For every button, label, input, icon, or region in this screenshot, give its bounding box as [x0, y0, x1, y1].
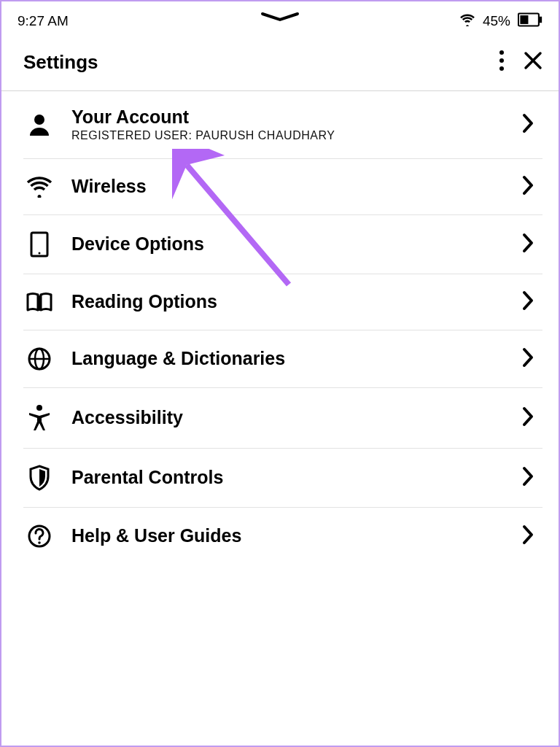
page-header: Settings [1, 35, 559, 91]
chevron-right-icon [522, 347, 538, 371]
pull-down-handle-icon[interactable] [260, 12, 300, 25]
chevron-right-icon [522, 406, 538, 430]
settings-row-accessibility[interactable]: Accessibility [23, 388, 542, 449]
svg-point-8 [39, 252, 41, 254]
settings-row-wireless[interactable]: Wireless [23, 159, 542, 215]
wifi-icon [459, 13, 475, 29]
settings-row-help-user-guides[interactable]: Help & User Guides [23, 508, 542, 565]
svg-rect-1 [540, 17, 542, 23]
user-icon [25, 112, 54, 137]
chevron-right-icon [522, 113, 538, 136]
chevron-right-icon [522, 175, 538, 198]
close-button[interactable] [524, 51, 542, 73]
svg-point-15 [38, 541, 41, 544]
svg-point-5 [499, 66, 504, 71]
shield-icon [25, 465, 54, 491]
row-title: Accessibility [71, 408, 505, 428]
chevron-right-icon [522, 290, 538, 314]
row-title: Reading Options [71, 292, 505, 312]
chevron-right-icon [522, 233, 538, 256]
svg-rect-2 [520, 15, 528, 24]
help-icon [25, 524, 54, 549]
page-title: Settings [23, 51, 98, 74]
wifi-icon [25, 176, 54, 198]
accessibility-icon [25, 404, 54, 432]
row-title: Language & Dictionaries [71, 349, 505, 369]
svg-point-3 [499, 50, 504, 55]
battery-icon [518, 12, 542, 30]
battery-percent: 45% [483, 13, 510, 29]
settings-row-device-options[interactable]: Device Options [23, 215, 542, 274]
settings-row-parental-controls[interactable]: Parental Controls [23, 449, 542, 508]
svg-point-13 [36, 405, 42, 411]
svg-point-4 [499, 58, 504, 63]
row-title: Your Account [71, 107, 505, 128]
book-icon [25, 291, 54, 313]
tablet-icon [25, 231, 54, 258]
settings-row-your-account[interactable]: Your Account REGISTERED USER: PAURUSH CH… [23, 91, 542, 159]
status-time: 9:27 AM [18, 13, 69, 29]
row-subtitle: REGISTERED USER: PAURUSH CHAUDHARY [71, 129, 505, 142]
more-menu-icon[interactable] [499, 50, 505, 74]
globe-icon [25, 347, 54, 371]
settings-row-language-dictionaries[interactable]: Language & Dictionaries [23, 330, 542, 388]
chevron-right-icon [522, 466, 538, 489]
row-title: Device Options [71, 234, 505, 255]
svg-point-6 [34, 115, 44, 125]
chevron-right-icon [522, 525, 538, 548]
settings-list: Your Account REGISTERED USER: PAURUSH CH… [1, 91, 559, 565]
row-title: Help & User Guides [71, 526, 505, 546]
settings-row-reading-options[interactable]: Reading Options [23, 274, 542, 330]
row-title: Parental Controls [71, 468, 505, 488]
row-title: Wireless [71, 177, 505, 197]
